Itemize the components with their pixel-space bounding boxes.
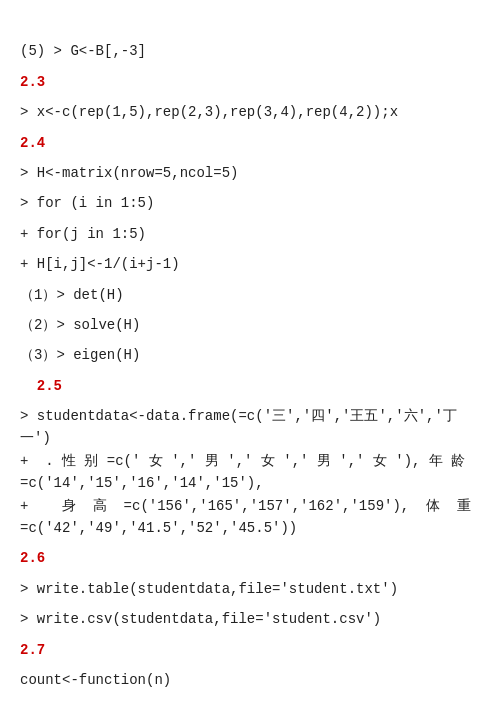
code-line-line3: 2.3 bbox=[20, 71, 480, 93]
code-line-line25: > studentdata<-data.frame(=c('三','四','王五… bbox=[20, 405, 480, 450]
code-line-line15: + H[i,j]<-1/(i+j-1) bbox=[20, 253, 480, 275]
code-line-line12 bbox=[20, 215, 480, 223]
code-line-line18 bbox=[20, 306, 480, 314]
code-line-line1: (5) > G<-B[,-3] bbox=[20, 40, 480, 62]
code-line-line35: 2.7 bbox=[20, 639, 480, 661]
code-line-line6 bbox=[20, 124, 480, 132]
code-line-line7: 2.4 bbox=[20, 132, 480, 154]
code-line-line13: + for(j in 1:5) bbox=[20, 223, 480, 245]
code-line-line36 bbox=[20, 661, 480, 669]
code-line-line28 bbox=[20, 539, 480, 547]
code-line-line20 bbox=[20, 336, 480, 344]
code-line-line17: （1）> det(H) bbox=[20, 284, 480, 306]
code-line-line26: + . 性 别 =c(' 女 ',' 男 ',' 女 ',' 男 ',' 女 '… bbox=[20, 450, 480, 495]
code-line-line37: count<-function(n) bbox=[20, 669, 480, 691]
code-line-line5: > x<-c(rep(1,5),rep(2,3),rep(3,4),rep(4,… bbox=[20, 101, 480, 123]
code-line-line33: > write.csv(studentdata,file='student.cs… bbox=[20, 608, 480, 630]
code-line-line4 bbox=[20, 93, 480, 101]
code-line-line23: 2.5 bbox=[20, 375, 480, 397]
code-line-line9: > H<-matrix(nrow=5,ncol=5) bbox=[20, 162, 480, 184]
code-line-line22 bbox=[20, 367, 480, 375]
code-content: (5) > G<-B[,-3] 2.3 > x<-c(rep(1,5),rep(… bbox=[20, 18, 480, 691]
code-line-line14 bbox=[20, 245, 480, 253]
code-line-line27: + 身 高 =c('156','165','157','162','159'),… bbox=[20, 495, 480, 540]
code-line-line2 bbox=[20, 63, 480, 71]
code-line-line10 bbox=[20, 184, 480, 192]
code-line-line31: > write.table(studentdata,file='student.… bbox=[20, 578, 480, 600]
code-line-line19: （2）> solve(H) bbox=[20, 314, 480, 336]
code-line-line34 bbox=[20, 631, 480, 639]
code-line-line32 bbox=[20, 600, 480, 608]
code-line-line30 bbox=[20, 570, 480, 578]
code-line-line11: > for (i in 1:5) bbox=[20, 192, 480, 214]
code-line-line21: （3）> eigen(H) bbox=[20, 344, 480, 366]
code-line-line8 bbox=[20, 154, 480, 162]
code-line-line24 bbox=[20, 397, 480, 405]
code-line-line29: 2.6 bbox=[20, 547, 480, 569]
code-line-line16 bbox=[20, 276, 480, 284]
